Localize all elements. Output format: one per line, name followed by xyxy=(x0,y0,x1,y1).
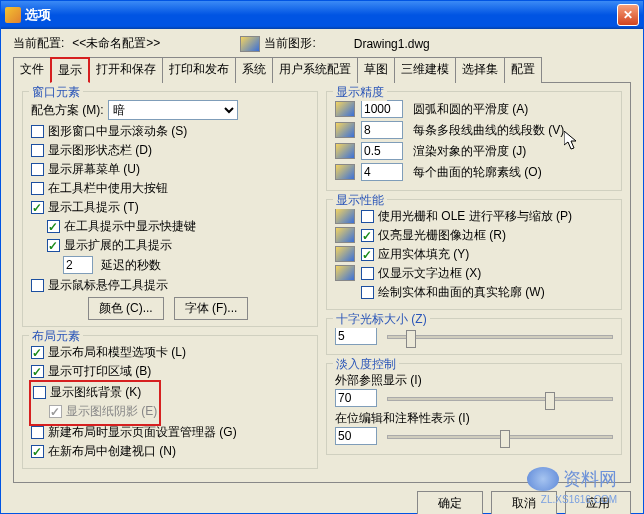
checkbox-label: 显示鼠标悬停工具提示 xyxy=(48,277,168,293)
checkbox xyxy=(49,405,62,418)
checkbox[interactable] xyxy=(31,144,44,157)
precision-input[interactable] xyxy=(361,142,403,160)
checkbox[interactable] xyxy=(31,125,44,138)
group-title: 淡入度控制 xyxy=(333,356,399,373)
scheme-select[interactable]: 暗 xyxy=(108,100,238,120)
checkbox[interactable] xyxy=(361,248,374,261)
cancel-button[interactable]: 取消 xyxy=(491,491,557,514)
precision-input[interactable] xyxy=(361,121,403,139)
tab-3[interactable]: 打印和发布 xyxy=(162,57,236,83)
checkbox-label: 显示可打印区域 (B) xyxy=(48,363,151,379)
close-button[interactable]: ✕ xyxy=(617,4,639,26)
checkbox[interactable] xyxy=(47,220,60,233)
checkbox[interactable] xyxy=(361,286,374,299)
drawing-icon xyxy=(335,227,355,243)
drawing-icon xyxy=(335,208,355,224)
checkbox-label: 仅亮显光栅图像边框 (R) xyxy=(378,227,506,243)
group-display-precision: 显示精度 圆弧和圆的平滑度 (A)每条多段线曲线的线段数 (V)渲染对象的平滑度… xyxy=(326,91,622,191)
tab-1[interactable]: 显示 xyxy=(50,57,90,83)
drawing-icon xyxy=(335,122,355,138)
tab-9[interactable]: 配置 xyxy=(504,57,542,83)
checkbox-label: 显示图形状态栏 (D) xyxy=(48,142,152,158)
precision-input[interactable] xyxy=(361,163,403,181)
crosshair-input[interactable] xyxy=(335,327,377,345)
checkbox[interactable] xyxy=(361,267,374,280)
checkbox-label: 显示屏幕菜单 (U) xyxy=(48,161,140,177)
ok-button[interactable]: 确定 xyxy=(417,491,483,514)
current-config-value: <<未命名配置>> xyxy=(72,35,160,52)
apply-button[interactable]: 应用 xyxy=(565,491,631,514)
checkbox-label: 使用光栅和 OLE 进行平移与缩放 (P) xyxy=(378,208,572,224)
precision-label: 渲染对象的平滑度 (J) xyxy=(413,143,613,159)
checkbox[interactable] xyxy=(31,201,44,214)
drawing-icon xyxy=(240,36,260,52)
checkbox[interactable] xyxy=(31,163,44,176)
group-title: 布局元素 xyxy=(29,328,83,345)
app-icon xyxy=(5,7,21,23)
precision-input[interactable] xyxy=(361,100,403,118)
drawing-icon xyxy=(335,143,355,159)
checkbox-label: 显示工具提示 (T) xyxy=(48,199,139,215)
fade-xref-label: 外部参照显示 (I) xyxy=(335,372,613,389)
tab-2[interactable]: 打开和保存 xyxy=(89,57,163,83)
checkbox-label: 显示图纸阴影 (E) xyxy=(66,403,157,419)
checkbox[interactable] xyxy=(33,386,46,399)
checkbox[interactable] xyxy=(47,239,60,252)
precision-label: 每个曲面的轮廓素线 (O) xyxy=(413,164,613,180)
current-drawing-value: Drawing1.dwg xyxy=(354,37,430,51)
delay-input[interactable] xyxy=(63,256,93,274)
group-title: 显示精度 xyxy=(333,84,387,101)
checkbox[interactable] xyxy=(31,365,44,378)
group-fade-control: 淡入度控制 外部参照显示 (I) 在位编辑和注释性表示 (I) xyxy=(326,363,622,455)
delay-label: 延迟的秒数 xyxy=(101,257,161,273)
window-title: 选项 xyxy=(25,6,617,24)
checkbox-label: 在新布局中创建视口 (N) xyxy=(48,443,176,459)
checkbox[interactable] xyxy=(31,346,44,359)
tab-8[interactable]: 选择集 xyxy=(455,57,505,83)
tab-5[interactable]: 用户系统配置 xyxy=(272,57,358,83)
group-window-elements: 窗口元素 配色方案 (M): 暗 图形窗口中显示滚动条 (S)显示图形状态栏 (… xyxy=(22,91,318,327)
checkbox[interactable] xyxy=(31,426,44,439)
checkbox[interactable] xyxy=(31,445,44,458)
group-display-performance: 显示性能 使用光栅和 OLE 进行平移与缩放 (P)仅亮显光栅图像边框 (R)应… xyxy=(326,199,622,310)
group-title: 显示性能 xyxy=(333,192,387,209)
tab-7[interactable]: 三维建模 xyxy=(394,57,456,83)
checkbox[interactable] xyxy=(361,210,374,223)
checkbox-label: 显示扩展的工具提示 xyxy=(64,237,172,253)
current-config-label: 当前配置: xyxy=(13,35,64,52)
tab-6[interactable]: 草图 xyxy=(357,57,395,83)
crosshair-slider[interactable] xyxy=(387,335,613,339)
checkbox-label: 新建布局时显示页面设置管理器 (G) xyxy=(48,424,237,440)
checkbox-label: 仅显示文字边框 (X) xyxy=(378,265,481,281)
precision-label: 每条多段线曲线的线段数 (V) xyxy=(413,122,613,138)
group-title: 窗口元素 xyxy=(29,84,83,101)
font-button[interactable]: 字体 (F)... xyxy=(174,297,249,320)
fade-edit-slider[interactable] xyxy=(387,435,613,439)
tab-0[interactable]: 文件 xyxy=(13,57,51,83)
checkbox-label: 显示图纸背景 (K) xyxy=(50,384,141,400)
current-drawing-label: 当前图形: xyxy=(264,35,315,52)
fade-xref-slider[interactable] xyxy=(387,397,613,401)
fade-edit-input[interactable] xyxy=(335,427,377,445)
checkbox-label: 应用实体填充 (Y) xyxy=(378,246,469,262)
group-title: 十字光标大小 (Z) xyxy=(333,311,430,328)
tab-4[interactable]: 系统 xyxy=(235,57,273,83)
checkbox-label: 绘制实体和曲面的真实轮廓 (W) xyxy=(378,284,545,300)
tabs: 文件显示打开和保存打印和发布系统用户系统配置草图三维建模选择集配置 xyxy=(13,56,631,83)
group-layout-elements: 布局元素 显示布局和模型选项卡 (L)显示可打印区域 (B) 显示图纸背景 (K… xyxy=(22,335,318,469)
drawing-icon xyxy=(335,246,355,262)
scheme-label: 配色方案 (M): xyxy=(31,102,104,118)
fade-xref-input[interactable] xyxy=(335,389,377,407)
precision-label: 圆弧和圆的平滑度 (A) xyxy=(413,101,613,117)
fade-edit-label: 在位编辑和注释性表示 (I) xyxy=(335,410,613,427)
checkbox-label: 图形窗口中显示滚动条 (S) xyxy=(48,123,187,139)
checkbox-label: 显示布局和模型选项卡 (L) xyxy=(48,344,186,360)
checkbox[interactable] xyxy=(31,279,44,292)
group-crosshair: 十字光标大小 (Z) xyxy=(326,318,622,355)
checkbox[interactable] xyxy=(361,229,374,242)
titlebar: 选项 ✕ xyxy=(1,1,643,29)
color-button[interactable]: 颜色 (C)... xyxy=(88,297,164,320)
checkbox-label: 在工具栏中使用大按钮 xyxy=(48,180,168,196)
checkbox[interactable] xyxy=(31,182,44,195)
drawing-icon xyxy=(335,265,355,281)
